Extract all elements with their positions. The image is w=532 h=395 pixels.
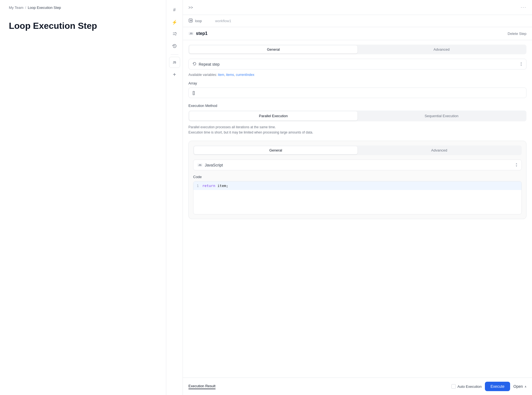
more-options-btn[interactable]: ···: [521, 4, 526, 10]
execution-tab-group: Parallel Execution Sequential Execution: [188, 111, 526, 121]
workflow-bar: loop workflow1: [183, 15, 532, 27]
code-line-1: 1 return item;: [193, 181, 521, 190]
right-panel: >> ··· loop workflow1 JS step1 Delete St…: [183, 0, 532, 395]
code-block: 1 return item;: [193, 181, 522, 214]
step-header-left: JS step1: [188, 31, 208, 36]
breadcrumb-current: Loop Execution Step: [28, 6, 61, 10]
exec-desc-line1: Parallel execution processes all iterati…: [188, 125, 276, 129]
expand-btn[interactable]: >>: [188, 5, 193, 10]
variables-text: Available variables: item, items, curren…: [188, 73, 526, 77]
add-toolbar-btn[interactable]: +: [169, 69, 180, 80]
auto-execution-checkbox[interactable]: [451, 384, 456, 389]
breadcrumb: My Team / Loop Execution Step: [9, 6, 157, 10]
loop-icon: [188, 18, 193, 24]
array-field-label: Array: [188, 81, 526, 85]
workflow-name: workflow1: [215, 19, 231, 23]
toolbar: # ⚡ JS +: [166, 0, 183, 395]
inner-tab-general[interactable]: General: [194, 146, 357, 154]
inner-js-badge: JS: [197, 163, 203, 167]
execution-result-underline: [188, 389, 216, 389]
auto-execution-label: Auto Execution: [457, 384, 482, 389]
code-content: return item;: [202, 184, 228, 188]
chevron-up-icon: ∧: [525, 385, 526, 388]
repeat-step-label: Repeat step: [199, 62, 518, 66]
history-toolbar-btn[interactable]: [169, 41, 180, 52]
tab-advanced[interactable]: Advanced: [357, 45, 526, 53]
open-label: Open: [513, 384, 523, 389]
code-empty-area: [193, 190, 521, 212]
tab-general[interactable]: General: [189, 45, 357, 53]
bolt-icon: ⚡: [172, 20, 177, 25]
repeat-step-select[interactable]: Repeat step ▲ ▼: [188, 59, 526, 70]
breadcrumb-team[interactable]: My Team: [9, 6, 24, 10]
shuffle-toolbar-btn[interactable]: [169, 29, 180, 40]
inner-tab-advanced[interactable]: Advanced: [357, 146, 521, 154]
execution-result-section: Execution Result: [188, 384, 216, 389]
breadcrumb-separator: /: [25, 6, 26, 10]
inner-card: General Advanced JS JavaScript ▲ ▼ Code …: [188, 141, 526, 219]
history-icon: [172, 44, 177, 49]
top-bar: >> ···: [183, 0, 532, 15]
open-button[interactable]: Open ∧: [513, 384, 526, 389]
delete-step-button[interactable]: Delete Step: [508, 32, 526, 36]
auto-execution-row: Auto Execution: [451, 384, 482, 389]
toolbar-divider: [171, 54, 178, 55]
add-icon: +: [173, 71, 176, 78]
javascript-label: JavaScript: [205, 163, 513, 167]
parallel-execution-tab[interactable]: Parallel Execution: [189, 111, 357, 120]
step-header: JS step1 Delete Step: [183, 27, 532, 40]
js-toolbar-btn[interactable]: JS: [169, 57, 180, 68]
left-panel: My Team / Loop Execution Step Loop Execu…: [0, 0, 166, 395]
chevron-updown-icon: ▲ ▼: [520, 62, 522, 66]
outer-tab-group: General Advanced: [188, 45, 526, 54]
array-input[interactable]: [188, 88, 526, 98]
bottom-bar: Execution Result Auto Execution Execute …: [183, 378, 532, 395]
exec-desc-line2: Execution time is short, but it may be l…: [188, 130, 313, 134]
var-currentindex[interactable]: currentIndex: [236, 73, 254, 77]
content-area: Repeat step ▲ ▼ Available variables: ite…: [183, 54, 532, 378]
code-keyword: return: [202, 184, 215, 188]
code-variable: item;: [215, 184, 228, 188]
inner-tab-group: General Advanced: [193, 145, 522, 155]
shuffle-icon: [172, 32, 177, 37]
var-items[interactable]: items: [226, 73, 234, 77]
step-js-badge: JS: [188, 32, 194, 35]
var-item[interactable]: item: [218, 73, 224, 77]
sequential-execution-tab[interactable]: Sequential Execution: [357, 111, 526, 120]
js-label: JS: [173, 61, 176, 64]
execution-method-label: Execution Method: [188, 104, 526, 108]
expand-icon: >>: [188, 5, 193, 10]
execution-result-label: Execution Result: [188, 384, 216, 388]
repeat-icon: [193, 62, 196, 66]
inner-chevron-icon: ▲ ▼: [515, 163, 518, 167]
exec-description: Parallel execution processes all iterati…: [188, 125, 526, 135]
page-title: Loop Execution Step: [9, 21, 157, 31]
workflow-loop-label: loop: [195, 19, 202, 23]
hash-toolbar-btn[interactable]: #: [169, 4, 180, 16]
javascript-select[interactable]: JS JavaScript ▲ ▼: [193, 160, 522, 170]
line-number: 1: [197, 184, 202, 188]
variables-prefix: Available variables:: [188, 73, 217, 77]
step-name: step1: [196, 31, 208, 36]
bottom-bar-right: Auto Execution Execute Open ∧: [451, 382, 526, 391]
execute-button[interactable]: Execute: [485, 382, 510, 391]
bolt-toolbar-btn[interactable]: ⚡: [169, 17, 180, 28]
code-label: Code: [193, 175, 522, 179]
hash-icon: #: [173, 7, 176, 12]
